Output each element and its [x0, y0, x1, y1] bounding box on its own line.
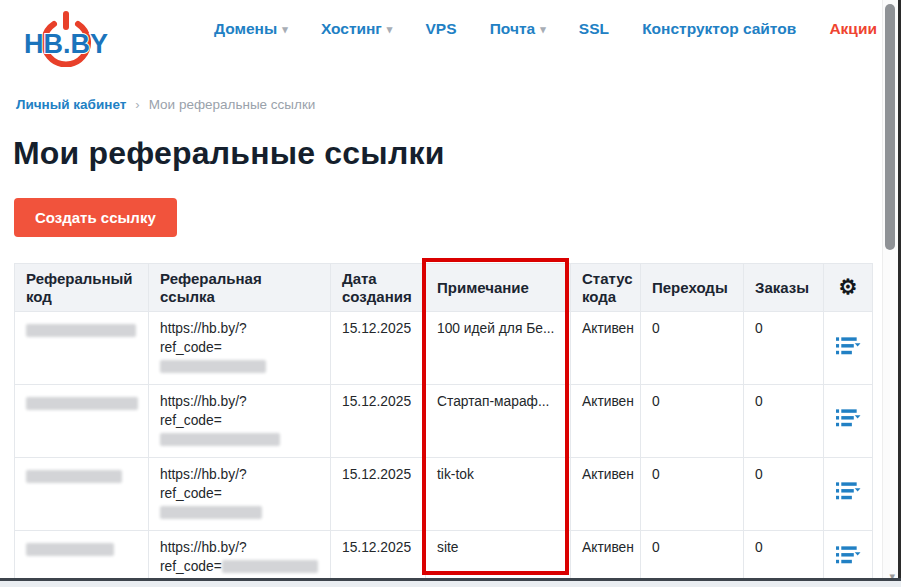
gear-icon[interactable]: ⚙	[839, 275, 858, 298]
redacted-link-code	[160, 506, 262, 519]
browser-page: HB.BY Домены ▾ Хостинг ▾ VPS Почта ▾ SSL…	[0, 0, 901, 587]
referral-link-param: ref_code=	[160, 559, 222, 574]
nav-label: Конструктор сайтов	[642, 20, 796, 38]
page-title: Мои реферальные ссылки	[13, 135, 445, 172]
col-header-date-created: Дата создания	[331, 264, 426, 312]
nav-item-promotions[interactable]: Акции	[829, 20, 877, 38]
transitions-cell: 0	[641, 458, 744, 531]
redacted-referral-code	[26, 543, 114, 556]
redacted-referral-code	[26, 470, 122, 483]
nav-item-mail[interactable]: Почта ▾	[490, 20, 546, 38]
note-cell: tik-tok	[426, 458, 571, 531]
col-header-transitions: Переходы	[641, 264, 744, 312]
orders-cell: 0	[744, 531, 824, 585]
redacted-link-code	[222, 560, 318, 573]
status-cell: Активен	[571, 312, 641, 385]
note-cell: site	[426, 531, 571, 585]
referral-link-prefix: https://hb.by/?	[160, 321, 247, 336]
row-actions-menu-icon[interactable]	[836, 481, 861, 507]
breadcrumb-home-link[interactable]: Личный кабинет	[16, 97, 126, 112]
note-cell: Стартап-мараф...	[426, 385, 571, 458]
note-cell: 100 идей для Бе...	[426, 312, 571, 385]
status-cell: Активен	[571, 385, 641, 458]
nav-label: Акции	[829, 20, 877, 38]
transitions-cell: 0	[641, 312, 744, 385]
redacted-referral-code	[26, 397, 138, 410]
redacted-link-code	[160, 433, 280, 446]
breadcrumb-separator-icon: ›	[135, 97, 139, 112]
breadcrumb: Личный кабинет › Мои реферальные ссылки	[16, 97, 315, 112]
col-header-orders: Заказы	[744, 264, 824, 312]
redacted-referral-code	[26, 324, 136, 337]
status-cell: Активен	[571, 531, 641, 585]
nav-item-site-builder[interactable]: Конструктор сайтов	[642, 20, 796, 38]
date-cell: 15.12.2025	[331, 312, 426, 385]
referral-link-prefix: https://hb.by/?	[160, 540, 247, 555]
main-nav: Домены ▾ Хостинг ▾ VPS Почта ▾ SSL Конст…	[214, 20, 877, 38]
referral-link-prefix: https://hb.by/?	[160, 467, 247, 482]
referral-link-param: ref_code=	[160, 486, 222, 501]
nav-label: Хостинг	[321, 20, 382, 38]
orders-cell: 0	[744, 458, 824, 531]
date-cell: 15.12.2025	[331, 531, 426, 585]
vertical-scrollbar-thumb[interactable]	[885, 4, 895, 250]
breadcrumb-current: Мои реферальные ссылки	[149, 97, 316, 112]
nav-item-vps[interactable]: VPS	[426, 20, 457, 38]
col-header-note: Примечание	[426, 264, 571, 312]
row-actions-menu-icon[interactable]	[836, 545, 861, 571]
nav-item-domains[interactable]: Домены ▾	[214, 20, 288, 38]
date-cell: 15.12.2025	[331, 458, 426, 531]
table-header-row: Реферальный код Реферальная ссылка Дата …	[15, 264, 873, 312]
row-actions-menu-icon[interactable]	[836, 408, 861, 434]
date-cell: 15.12.2025	[331, 385, 426, 458]
create-link-button[interactable]: Создать ссылку	[14, 198, 177, 237]
nav-label: Почта	[490, 20, 535, 38]
transitions-cell: 0	[641, 385, 744, 458]
chevron-down-icon: ▾	[540, 24, 546, 35]
referral-link-param: ref_code=	[160, 413, 222, 428]
top-navigation-bar: HB.BY	[14, 8, 871, 70]
window-bottom-strip	[0, 581, 901, 587]
row-actions-menu-icon[interactable]	[836, 336, 861, 362]
table-row: https://hb.by/?ref_code= 15.12.2025 site…	[15, 531, 873, 585]
col-header-code-status: Статус кода	[571, 264, 641, 312]
nav-label: SSL	[579, 20, 609, 38]
nav-label: VPS	[426, 20, 457, 38]
nav-label: Домены	[214, 20, 277, 38]
table-row: https://hb.by/?ref_code= 15.12.2025 100 …	[15, 312, 873, 385]
chevron-down-icon: ▾	[387, 24, 393, 35]
logo-text: HB.BY	[24, 29, 108, 59]
orders-cell: 0	[744, 312, 824, 385]
transitions-cell: 0	[641, 531, 744, 585]
referral-link-prefix: https://hb.by/?	[160, 394, 247, 409]
status-cell: Активен	[571, 458, 641, 531]
orders-cell: 0	[744, 385, 824, 458]
redacted-link-code	[160, 360, 266, 373]
table-row: https://hb.by/?ref_code= 15.12.2025 tik-…	[15, 458, 873, 531]
col-header-referral-code: Реферальный код	[15, 264, 149, 312]
table-row: https://hb.by/?ref_code= 15.12.2025 Стар…	[15, 385, 873, 458]
referral-link-param: ref_code=	[160, 340, 222, 355]
chevron-down-icon: ▾	[282, 24, 288, 35]
nav-item-ssl[interactable]: SSL	[579, 20, 609, 38]
nav-item-hosting[interactable]: Хостинг ▾	[321, 20, 393, 38]
referral-links-table: Реферальный код Реферальная ссылка Дата …	[14, 263, 873, 587]
col-header-referral-link: Реферальная ссылка	[149, 264, 331, 312]
hbby-logo[interactable]: HB.BY	[14, 11, 118, 67]
